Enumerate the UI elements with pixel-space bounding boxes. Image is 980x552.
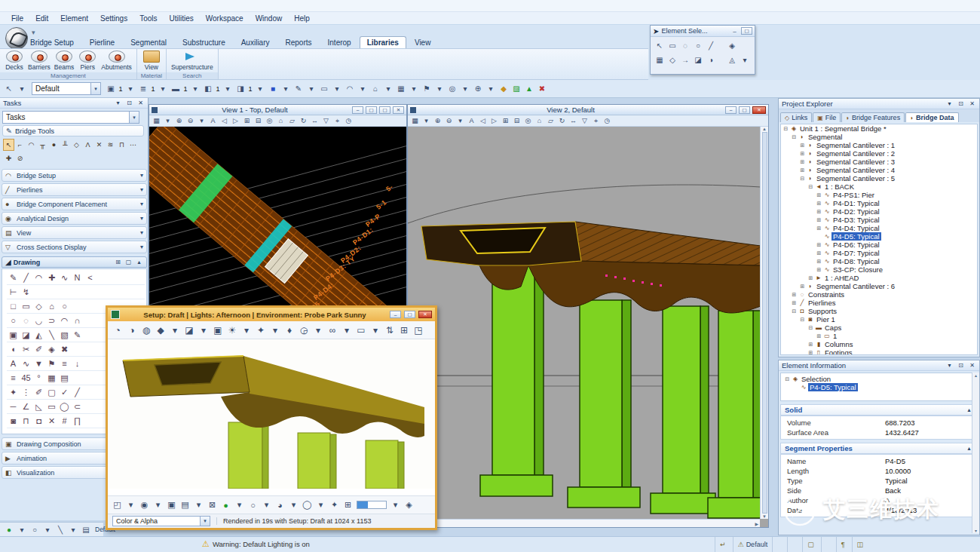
line-weight-value[interactable]: 1: [182, 83, 188, 95]
menu-window[interactable]: Window: [250, 14, 288, 23]
rotate-view-icon[interactable]: ↻: [556, 115, 568, 126]
beams-button[interactable]: Beams: [53, 50, 75, 72]
tree-item[interactable]: ⊞ ∿ P4-D3: Typical: [781, 216, 977, 224]
section-cross-sections-display[interactable]: ▽ Cross Sections Display ▾: [2, 241, 147, 253]
view2-canvas[interactable]: ▲ ▼ ◀ ▶: [408, 127, 768, 527]
fence-icon[interactable]: ▭: [318, 83, 330, 95]
lock-cell[interactable]: ◫: [852, 537, 871, 552]
tab-segmental[interactable]: Segmental: [123, 36, 174, 48]
dropdown-arrow-icon[interactable]: ▾: [433, 83, 446, 95]
restore-button[interactable]: ▢: [366, 106, 377, 114]
menu-settings[interactable]: Settings: [95, 14, 133, 23]
cell-icon[interactable]: ⌂: [369, 83, 381, 95]
drawing-tool-icon[interactable]: ∠: [20, 400, 32, 413]
dropdown-arrow-icon[interactable]: ▾: [67, 523, 79, 535]
tree-expander-icon[interactable]: ⊞: [799, 159, 806, 165]
minimize-button[interactable]: –: [390, 311, 401, 318]
camera-view-icon[interactable]: ◷: [602, 115, 613, 126]
line-style-icon[interactable]: ≣: [137, 83, 149, 95]
close-button[interactable]: ✕: [393, 106, 404, 114]
drawing-tool-icon[interactable]: ⌂: [45, 300, 58, 313]
drawing-tool-icon[interactable]: ◪: [20, 329, 32, 342]
tree-item[interactable]: ⊞ ∿ P4-PS1: Pier: [781, 191, 977, 199]
menu-utilities[interactable]: Utilities: [164, 14, 199, 23]
tree-expander-icon[interactable]: ⊞: [816, 225, 822, 232]
dropdown-arrow-icon[interactable]: ▾: [233, 498, 246, 511]
tree-item[interactable]: ⊞ ∿ P4-D8: Typical: [781, 257, 977, 265]
drawing-tool-icon[interactable]: ≡: [58, 357, 71, 370]
tree-expander-icon[interactable]: ⊞: [816, 250, 822, 256]
view-attributes-icon[interactable]: A: [207, 115, 219, 126]
drawing-tool-icon[interactable]: ✂: [20, 343, 32, 356]
barriers-button[interactable]: Barriers: [26, 50, 52, 72]
tree-item-selected[interactable]: ∿ P4-D5: Typical: [781, 232, 977, 241]
bridge-tool-icon[interactable]: ╥: [37, 139, 48, 151]
tab-reports[interactable]: Reports: [278, 36, 320, 48]
more-options-icon[interactable]: ▾: [739, 54, 751, 66]
view-menu-icon[interactable]: [152, 107, 158, 113]
bridge-tool-icon[interactable]: ≋: [105, 139, 116, 151]
dropdown-arrow-icon[interactable]: ▾: [157, 83, 169, 95]
tree-expander-icon[interactable]: ⊟: [807, 325, 814, 331]
drawing-tool-icon[interactable]: ✎: [7, 271, 20, 284]
line-select-icon[interactable]: ╱: [705, 39, 717, 51]
pointer-select-icon[interactable]: ↖: [654, 39, 666, 51]
rectangle-select-icon[interactable]: ▭: [666, 39, 678, 51]
message-cell[interactable]: ↵: [715, 537, 733, 552]
tree-item[interactable]: ⊟ ◘ Supports: [781, 307, 977, 315]
scroll-right-icon[interactable]: ▶: [755, 521, 758, 526]
tree-item[interactable]: ⊞ ∿ P4-D2: Typical: [781, 207, 977, 216]
line-style-value[interactable]: 1: [150, 83, 156, 95]
close-button[interactable]: ▢: [741, 27, 752, 35]
drawing-tool-icon[interactable]: ╲: [45, 329, 58, 342]
tab-substructure[interactable]: Substructure: [175, 36, 233, 48]
drawing-tool-icon[interactable]: ⊓: [20, 415, 32, 428]
subtract-mode-icon[interactable]: ◪: [692, 54, 704, 66]
list-view-icon[interactable]: ▢: [124, 259, 133, 265]
drawing-tool-icon[interactable]: ✎: [71, 329, 84, 342]
tag-icon[interactable]: ⚑: [421, 83, 433, 95]
dropdown-arrow-icon[interactable]: ▾: [340, 324, 354, 337]
menu-edit[interactable]: Edit: [30, 14, 54, 23]
dropdown-arrow-icon[interactable]: ▾: [485, 83, 497, 95]
tasks-panel-header[interactable]: Tasks ▾ ⊡ ✕: [0, 98, 148, 109]
scroll-down-icon[interactable]: ▼: [762, 514, 767, 519]
tree-item[interactable]: ⊞ ◗ Segmental Cantilever : 3: [781, 158, 977, 166]
minimize-button[interactable]: –: [352, 106, 363, 114]
view-previous-icon[interactable]: ◁: [477, 115, 488, 126]
chevron-down-icon[interactable]: ▾: [945, 362, 954, 369]
bridge-tool-icon[interactable]: ⊘: [14, 152, 26, 164]
fit-view-icon[interactable]: ⊟: [511, 115, 522, 126]
close-icon[interactable]: ✕: [136, 100, 145, 106]
drawing-tool-icon[interactable]: ⚑: [45, 357, 58, 370]
dropdown-arrow-icon[interactable]: ▾: [369, 324, 382, 337]
drawing-tool-icon[interactable]: □: [7, 300, 20, 313]
drawing-tool-icon[interactable]: ◭: [32, 329, 45, 342]
drawing-tool-icon[interactable]: ▭: [20, 300, 32, 313]
drawing-tool-icon[interactable]: ⊢: [7, 286, 20, 299]
bridge-tool-icon[interactable]: ✕: [93, 139, 105, 151]
clip-volume-icon[interactable]: ▽: [320, 115, 332, 126]
terrain-icon[interactable]: ▲: [523, 83, 535, 95]
dropdown-arrow-icon[interactable]: ▾: [162, 115, 173, 126]
empty-cell[interactable]: [821, 537, 836, 552]
antialias-icon[interactable]: ◪: [182, 324, 196, 337]
tree-expander-icon[interactable]: ⊞: [816, 209, 822, 215]
chevron-down-icon[interactable]: ▾: [945, 100, 954, 107]
close-icon[interactable]: ✕: [968, 100, 976, 107]
menu-element[interactable]: Element: [55, 14, 93, 23]
dropdown-arrow-icon[interactable]: ▾: [280, 83, 292, 95]
drawing-tool-icon[interactable]: ▼: [32, 357, 45, 370]
dropdown-arrow-icon[interactable]: ▾: [389, 498, 402, 511]
dropdown-arrow-icon[interactable]: ▾: [254, 83, 266, 95]
view-cube-icon[interactable]: ▱: [286, 115, 298, 126]
chevron-down-icon[interactable]: ▾: [140, 215, 143, 222]
dropdown-arrow-icon[interactable]: ▾: [357, 83, 369, 95]
view-next-icon[interactable]: ▷: [488, 115, 500, 126]
tree-item[interactable]: ⊟ ◈ Unit 1 : Segmental Bridge *: [781, 124, 977, 133]
palette-titlebar[interactable]: ➤ Element Sele... – ▢: [651, 26, 755, 37]
tab-interop[interactable]: Interop: [320, 36, 359, 48]
camera-icon[interactable]: ◉: [138, 498, 151, 511]
accusnap-icon[interactable]: ●: [3, 523, 15, 535]
drawing-tool-icon[interactable]: ∏: [71, 415, 84, 428]
